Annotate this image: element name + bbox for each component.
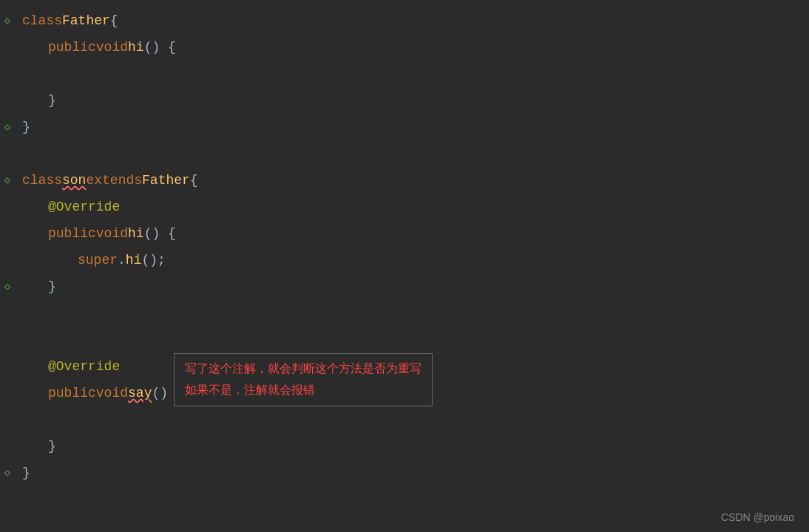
keyword-class-2: class (22, 170, 62, 191)
parens-super: () (141, 250, 158, 271)
gutter-11: ◇ (0, 279, 15, 295)
code-line-17: } (0, 433, 809, 460)
brace-close-4: } (48, 436, 56, 457)
method-hi-1: hi (128, 37, 144, 58)
code-line-9: public void hi() { (0, 220, 809, 247)
empty-4 (22, 330, 30, 351)
empty-5 (48, 409, 56, 431)
code-line-3 (0, 61, 809, 87)
code-line-10: super.hi(); (0, 247, 809, 273)
keyword-public-2: public (48, 223, 96, 245)
gutter-5: ◇ (0, 119, 15, 135)
empty-3 (22, 303, 30, 324)
code-line-14: @Override 写了这个注解，就会判断这个方法是否为重写 如果不是，注解就会… (0, 353, 809, 380)
code-line-13 (0, 327, 809, 353)
code-line-16 (0, 406, 809, 433)
keyword-public-3: public (48, 383, 96, 404)
code-line-18: ◇ } (0, 460, 809, 486)
class-name-father: Father (62, 10, 110, 32)
brace-close-2: } (22, 117, 30, 138)
brace-1: { (110, 10, 118, 32)
collapse-icon-1: ◇ (4, 13, 10, 29)
code-line-6 (0, 140, 809, 167)
empty-1 (48, 64, 56, 85)
code-line-11: ◇ } (0, 273, 809, 300)
tooltip-box: 写了这个注解，就会判断这个方法是否为重写 如果不是，注解就会报错 (174, 353, 433, 406)
code-line-7: ◇ class son extends Father{ (0, 167, 809, 194)
keyword-void-3: void (96, 383, 128, 404)
tooltip-line-2: 如果不是，注解就会报错 (185, 380, 422, 401)
keyword-class-1: class (22, 10, 62, 32)
brace-close-5: } (22, 463, 30, 484)
code-line-5: ◇ } (0, 114, 809, 140)
method-hi-super: hi (126, 250, 142, 271)
gutter-7: ◇ (0, 172, 15, 188)
code-line-8: @Override (0, 194, 809, 220)
semicolon-1: ; (158, 250, 166, 271)
watermark: CSDN @poixao (721, 511, 794, 523)
keyword-super: super (78, 250, 118, 271)
code-line-1: ◇ class Father{ (0, 7, 809, 34)
keyword-void-2: void (96, 223, 128, 245)
brace-close-3: } (48, 276, 56, 298)
class-name-son: son (62, 170, 86, 191)
code-line-2: public void hi() { (0, 34, 809, 61)
empty-2 (22, 143, 30, 165)
dot-1: . (118, 250, 126, 271)
class-name-father-2: Father (142, 170, 190, 191)
keyword-public-1: public (48, 37, 96, 58)
annotation-override-2: @Override (48, 356, 120, 378)
parens-1: () { (144, 37, 176, 58)
gutter-1: ◇ (0, 13, 15, 29)
code-line-12 (0, 300, 809, 327)
collapse-icon-11: ◇ (4, 279, 10, 295)
code-editor: ◇ class Father{ public void hi() { } ◇ }… (0, 0, 809, 532)
tooltip-line-1: 写了这个注解，就会判断这个方法是否为重写 (185, 358, 422, 380)
parens-2: () { (144, 223, 176, 245)
code-line-4: } (0, 87, 809, 114)
gutter-18: ◇ (0, 465, 15, 481)
collapse-icon-18: ◇ (4, 465, 10, 481)
brace-close-1: } (48, 90, 56, 112)
collapse-icon-7: ◇ (4, 172, 10, 188)
keyword-void-1: void (96, 37, 128, 58)
collapse-icon-5: ◇ (4, 119, 10, 135)
method-say: say (128, 383, 152, 404)
method-hi-2: hi (128, 223, 144, 245)
annotation-override-1: @Override (48, 197, 120, 218)
keyword-extends: extends (86, 170, 142, 191)
brace-2: { (190, 170, 198, 191)
